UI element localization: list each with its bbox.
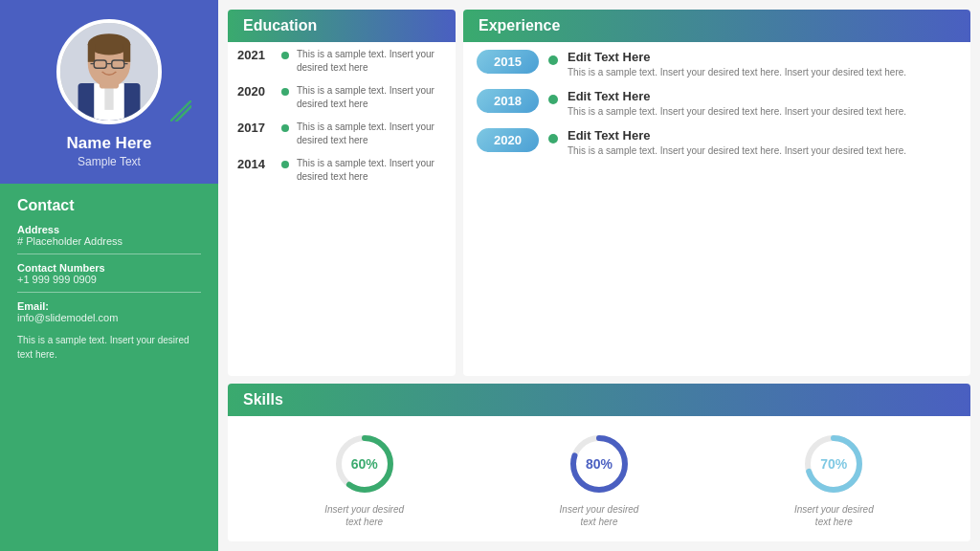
skill-label-80: 80%	[586, 456, 612, 472]
education-panel: Education 2021 This is a sample text. In…	[228, 10, 456, 376]
person-name: Name Here	[67, 134, 152, 153]
exp-item-2018: 2018 Edit Text Here This is a sample tex…	[477, 89, 957, 119]
edu-year-2021: 2021	[237, 48, 274, 62]
skill-label-70: 70%	[820, 456, 847, 472]
exp-dot-2015	[548, 55, 558, 65]
bottom-row: Skills 60% Insert your desiredtext here	[228, 384, 970, 541]
exp-year-2015: 2015	[477, 50, 539, 74]
svg-rect-9	[88, 44, 95, 62]
edu-item-2014: 2014 This is a sample text. Insert your …	[237, 157, 446, 184]
experience-header: Experience	[463, 10, 970, 42]
skill-desc-70: Insert your desiredtext here	[794, 503, 874, 528]
edu-text-2017: This is a sample text. Insert your desir…	[297, 121, 446, 147]
accent-lines	[170, 100, 191, 125]
donut-70: 70%	[800, 430, 867, 497]
skill-desc-80: Insert your desiredtext here	[560, 503, 639, 528]
exp-item-2020: 2020 Edit Text Here This is a sample tex…	[477, 128, 957, 158]
donut-60: 60%	[331, 430, 398, 497]
edu-dot-2014	[281, 161, 289, 168]
svg-rect-10	[123, 44, 130, 62]
email-value: info@slidemodel.com	[17, 312, 201, 323]
education-title: Education	[243, 17, 317, 33]
person-subtitle: Sample Text	[67, 155, 152, 168]
divider-2	[17, 292, 201, 293]
exp-content-2015: Edit Text Here This is a sample text. In…	[568, 50, 906, 79]
exp-title-2020: Edit Text Here	[568, 128, 906, 143]
skills-body: 60% Insert your desiredtext here 80% Ins…	[228, 416, 970, 541]
skills-title: Skills	[243, 391, 283, 408]
skill-item-80: 80% Insert your desiredtext here	[560, 430, 639, 528]
name-section: Name Here Sample Text	[67, 134, 152, 168]
education-body: 2021 This is a sample text. Insert your …	[228, 42, 456, 376]
education-header: Education	[228, 10, 456, 42]
exp-dot-2020	[548, 134, 558, 143]
edu-year-2020: 2020	[237, 84, 274, 99]
divider-1	[17, 253, 201, 254]
edu-year-2014: 2014	[237, 157, 274, 171]
skill-item-70: 70% Insert your desiredtext here	[794, 430, 874, 528]
exp-item-2015: 2015 Edit Text Here This is a sample tex…	[477, 50, 957, 79]
address-label: Address	[17, 224, 201, 235]
contact-title: Contact	[17, 197, 201, 214]
skill-desc-60: Insert your desiredtext here	[324, 503, 404, 528]
exp-year-2018: 2018	[477, 89, 539, 113]
phone-value: +1 999 999 0909	[17, 274, 201, 285]
edu-item-2021: 2021 This is a sample text. Insert your …	[237, 48, 446, 75]
experience-body: 2015 Edit Text Here This is a sample tex…	[463, 42, 970, 376]
exp-desc-2015: This is a sample text. Insert your desir…	[568, 66, 906, 79]
exp-content-2020: Edit Text Here This is a sample text. In…	[568, 128, 906, 158]
exp-year-2020: 2020	[477, 128, 539, 152]
phone-label: Contact Numbers	[17, 262, 201, 274]
skill-label-60: 60%	[351, 456, 378, 472]
main-content: Education 2021 This is a sample text. In…	[218, 0, 980, 551]
edu-item-2020: 2020 This is a sample text. Insert your …	[237, 84, 446, 111]
edu-text-2014: This is a sample text. Insert your desir…	[297, 157, 446, 184]
experience-panel: Experience 2015 Edit Text Here This is a…	[463, 10, 970, 376]
skills-panel: Skills 60% Insert your desiredtext here	[228, 384, 970, 541]
address-value: # Placeholder Address	[17, 235, 201, 247]
top-row: Education 2021 This is a sample text. In…	[228, 10, 970, 376]
edu-item-2017: 2017 This is a sample text. Insert your …	[237, 121, 446, 147]
exp-dot-2018	[548, 95, 558, 104]
exp-title-2015: Edit Text Here	[568, 50, 906, 64]
edu-year-2017: 2017	[237, 121, 274, 135]
avatar-section: Name Here Sample Text	[0, 0, 218, 184]
skill-item-60: 60% Insert your desiredtext here	[324, 430, 404, 528]
skills-header: Skills	[228, 384, 970, 416]
exp-desc-2020: This is a sample text. Insert your desir…	[568, 144, 906, 158]
experience-title: Experience	[479, 17, 560, 33]
exp-title-2018: Edit Text Here	[568, 89, 906, 103]
contact-section: Contact Address # Placeholder Address Co…	[0, 184, 218, 551]
email-label: Email:	[17, 300, 201, 312]
edu-dot-2020	[281, 88, 289, 96]
avatar	[56, 19, 162, 124]
edu-text-2020: This is a sample text. Insert your desir…	[297, 84, 446, 111]
edu-text-2021: This is a sample text. Insert your desir…	[297, 48, 446, 75]
edu-dot-2017	[281, 124, 289, 132]
donut-80: 80%	[566, 430, 633, 497]
sidebar: Name Here Sample Text Contact Address # …	[0, 0, 218, 551]
exp-desc-2018: This is a sample text. Insert your desir…	[568, 105, 906, 119]
edu-dot-2021	[281, 52, 289, 59]
bio-text: This is a sample text. Insert your desir…	[17, 333, 201, 362]
exp-content-2018: Edit Text Here This is a sample text. In…	[568, 89, 906, 119]
